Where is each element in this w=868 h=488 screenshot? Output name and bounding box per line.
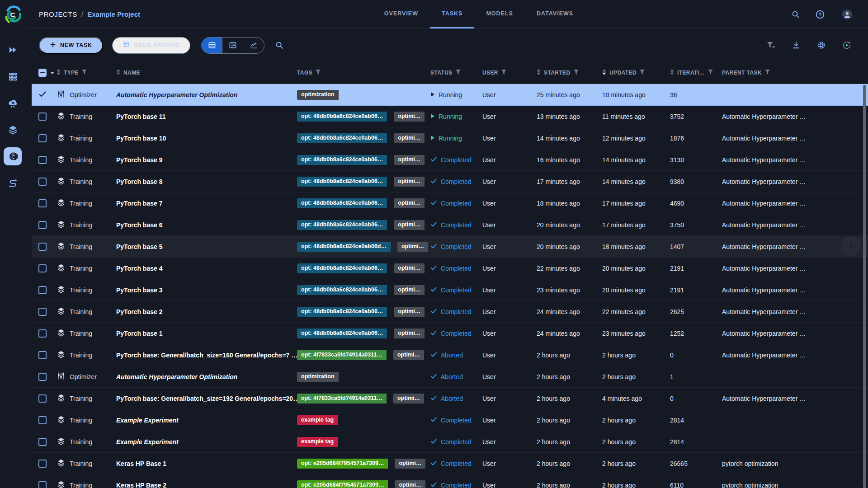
filter-icon[interactable] [708, 70, 713, 76]
filter-icon[interactable] [456, 70, 461, 76]
task-name[interactable]: PyTorch base 8 [116, 178, 297, 185]
task-name[interactable]: PyTorch base 1 [116, 330, 297, 337]
new-task-button[interactable]: NEW TASK [39, 37, 103, 54]
task-name[interactable]: PyTorch base 11 [116, 113, 297, 120]
sidebar-item-workers-queues[interactable] [4, 67, 22, 85]
table-row[interactable]: TrainingKeras HP Base 2opt: e205d684f795… [32, 474, 868, 488]
filter-icon[interactable] [765, 70, 770, 76]
table-row[interactable]: TrainingExample Experimentexample tagCom… [32, 409, 868, 431]
row-checkbox[interactable] [38, 481, 47, 488]
task-name[interactable]: PyTorch base 7 [116, 200, 297, 207]
column-header-parent-task[interactable]: PARENT TASK [722, 70, 868, 76]
open-archive-button[interactable]: OPEN ARCHIVE [112, 37, 191, 54]
row-checkbox[interactable] [38, 264, 47, 272]
task-name[interactable]: Automatic Hyperparameter Optimization [116, 373, 297, 380]
select-menu-caret-icon[interactable] [50, 70, 54, 76]
sidebar-item-projects-brain[interactable] [4, 147, 22, 165]
task-name[interactable]: PyTorch base 9 [116, 156, 297, 164]
table-search-icon[interactable] [274, 39, 285, 51]
sort-icon[interactable] [670, 69, 674, 76]
table-row[interactable]: TrainingPyTorch base 7opt: 48db0b8a6c824… [32, 192, 868, 214]
row-checkbox[interactable] [38, 329, 47, 338]
table-row[interactable]: TrainingPyTorch base 8opt: 48db0b8a6c824… [32, 171, 868, 192]
table-row[interactable]: TrainingPyTorch base: General/batch_size… [32, 388, 868, 409]
column-header-started[interactable]: STARTED [537, 69, 602, 76]
row-checkbox[interactable] [38, 308, 47, 316]
table-row[interactable]: TrainingPyTorch base 4opt: 48db0b8a6c824… [32, 258, 868, 279]
filter-icon[interactable] [501, 70, 506, 76]
column-header-user[interactable]: USER [482, 70, 537, 76]
row-menu-button[interactable] [841, 237, 861, 257]
row-checkbox[interactable] [38, 286, 47, 294]
table-row[interactable]: OptimizerAutomatic Hyperparameter Optimi… [32, 84, 868, 106]
sidebar-item-datasets[interactable] [4, 121, 22, 139]
row-checkbox[interactable] [38, 351, 47, 359]
row-selected-check-icon[interactable] [38, 91, 47, 99]
help-icon[interactable]: ? [815, 9, 826, 20]
filter-icon[interactable] [82, 70, 87, 76]
task-name[interactable]: PyTorch base: General/batch_size=160 Gen… [116, 352, 297, 359]
task-name[interactable]: Example Experiment [116, 417, 297, 424]
row-checkbox[interactable] [38, 373, 47, 381]
clearml-logo[interactable]: C [0, 0, 25, 29]
task-name[interactable]: PyTorch base 3 [116, 286, 297, 294]
task-name[interactable]: PyTorch base 10 [116, 135, 297, 142]
table-row[interactable]: TrainingPyTorch base 11opt: 48db0b8a6c82… [32, 106, 868, 127]
row-checkbox[interactable] [38, 199, 47, 207]
row-checkbox[interactable] [38, 156, 47, 164]
sort-icon[interactable] [537, 69, 541, 76]
auto-refresh-icon[interactable] [841, 39, 853, 51]
table-row[interactable]: TrainingKeras HP Base 1opt: e205d684f795… [32, 453, 868, 474]
task-name[interactable]: PyTorch base 5 [116, 243, 297, 250]
row-checkbox[interactable] [38, 438, 47, 446]
column-header-tags[interactable]: TAGS [297, 70, 430, 76]
filter-icon[interactable] [640, 70, 645, 76]
table-view-icon[interactable] [202, 38, 222, 53]
settings-gear-icon[interactable] [816, 39, 827, 51]
table-row[interactable]: TrainingPyTorch base 1opt: 48db0b8a6c824… [32, 323, 868, 344]
sidebar-item-double-chevron[interactable] [4, 41, 22, 59]
vertical-scrollbar[interactable] [863, 85, 866, 488]
column-header-updated[interactable]: UPDATED [602, 69, 670, 76]
table-row[interactable]: TrainingPyTorch base 6opt: 48db0b8a6c824… [32, 214, 868, 236]
row-checkbox[interactable] [38, 134, 47, 142]
row-checkbox[interactable] [38, 113, 47, 121]
row-checkbox[interactable] [38, 243, 47, 251]
sort-icon[interactable] [57, 69, 61, 76]
breadcrumb-root[interactable]: PROJECTS [39, 10, 77, 18]
column-header-name[interactable]: NAME [116, 69, 297, 76]
task-name[interactable]: PyTorch base: General/batch_size=192 Gen… [116, 395, 297, 402]
table-row[interactable]: OptimizerAutomatic Hyperparameter Optimi… [32, 366, 868, 388]
sort-icon[interactable] [116, 69, 120, 76]
task-name[interactable]: Keras HP Base 1 [116, 460, 297, 467]
sidebar-item-pipelines[interactable] [4, 174, 22, 192]
select-all-checkbox[interactable] [38, 69, 47, 77]
table-row[interactable]: TrainingPyTorch base 10opt: 48db0b8a6c82… [32, 127, 868, 149]
column-header-status[interactable]: STATUS [430, 70, 482, 76]
table-row[interactable]: TrainingExample Experimentexample tagCom… [32, 431, 868, 453]
table-row[interactable]: TrainingPyTorch base 3opt: 48db0b8a6c824… [32, 279, 868, 301]
row-checkbox[interactable] [38, 416, 47, 424]
download-icon[interactable] [790, 39, 802, 51]
clear-filters-icon[interactable] [765, 39, 777, 51]
search-icon[interactable] [790, 9, 801, 20]
breadcrumb-current[interactable]: Example Project [87, 10, 140, 18]
row-checkbox[interactable] [38, 460, 47, 468]
charts-view-icon[interactable] [243, 38, 264, 53]
column-header-iterati-[interactable]: ITERATI… [670, 69, 722, 76]
sidebar-item-cloud-autoscaler[interactable] [4, 94, 22, 112]
task-name[interactable]: Example Experiment [116, 438, 297, 446]
tab-overview[interactable]: OVERVIEW [373, 0, 430, 28]
user-avatar[interactable] [839, 6, 855, 23]
sort-icon[interactable] [602, 69, 606, 76]
row-checkbox[interactable] [38, 221, 47, 229]
task-name[interactable]: PyTorch base 6 [116, 221, 297, 229]
tab-tasks[interactable]: TASKS [430, 0, 474, 28]
task-name[interactable]: PyTorch base 2 [116, 308, 297, 315]
table-row[interactable]: TrainingPyTorch base 2opt: 48db0b8a6c824… [32, 301, 868, 323]
row-checkbox[interactable] [38, 394, 47, 403]
table-row[interactable]: TrainingPyTorch base 5opt: 48db0b8a6c824… [32, 236, 868, 258]
task-name[interactable]: Automatic Hyperparameter Optimization [116, 91, 297, 99]
task-name[interactable]: PyTorch base 4 [116, 265, 297, 272]
tab-dataviews[interactable]: DATAVIEWS [525, 0, 585, 28]
